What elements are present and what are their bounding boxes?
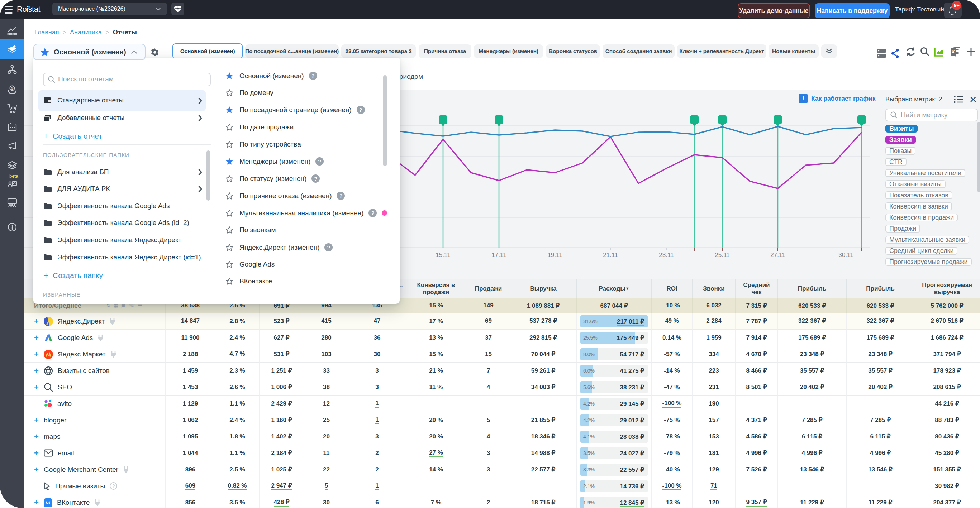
svg-text:$: $ [11, 86, 13, 90]
svg-text:X: X [952, 49, 955, 54]
